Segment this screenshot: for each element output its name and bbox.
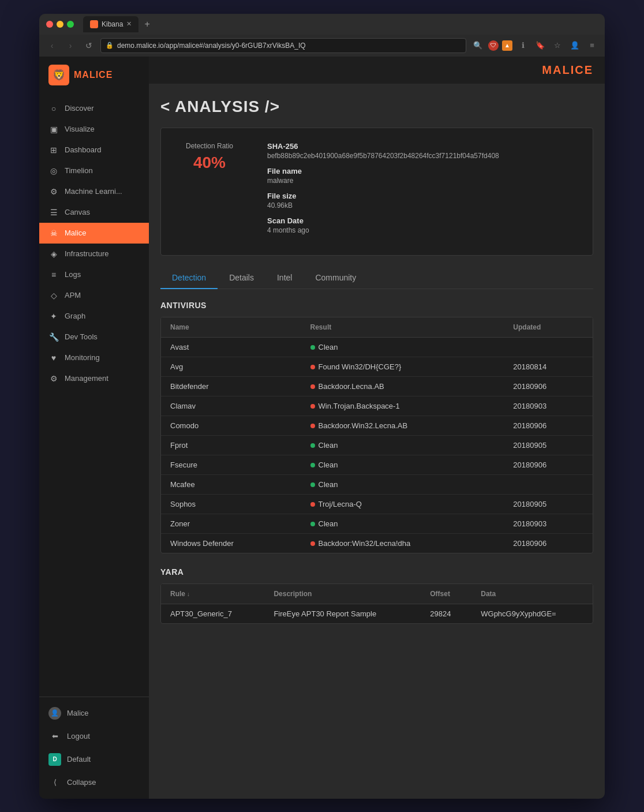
lock-icon: 🔒	[106, 42, 114, 49]
bookmark-icon[interactable]: 🔖	[533, 39, 547, 53]
sidebar-item-apm[interactable]: ◇ APM	[39, 285, 149, 306]
detection-ratio-label: Detection Ratio	[175, 142, 244, 150]
warning-icon[interactable]: ▲	[502, 40, 512, 51]
yara-col-rule: Rule↓	[161, 584, 264, 604]
visualize-icon: ▣	[48, 124, 59, 134]
tab-close-icon[interactable]: ✕	[126, 20, 132, 28]
close-button[interactable]	[46, 21, 53, 28]
shield-icon[interactable]: 🛡	[488, 40, 499, 51]
filename-label: File name	[267, 167, 579, 175]
zoom-icon[interactable]: 🔍	[471, 39, 485, 53]
apm-icon: ◇	[48, 290, 59, 301]
menu-icon[interactable]: ≡	[585, 39, 599, 53]
sidebar-item-dashboard[interactable]: ⊞ Dashboard	[39, 140, 149, 160]
default-badge: D	[48, 753, 61, 766]
sidebar: 🦁 MALICE ○ Discover ▣ Visualize ⊞ Dashbo…	[39, 57, 149, 799]
maximize-button[interactable]	[67, 21, 74, 28]
sidebar-item-label: Logs	[65, 270, 81, 279]
browser-tab[interactable]: Kibana ✕	[83, 16, 138, 32]
graph-icon: ✦	[48, 311, 59, 321]
sidebar-item-dev-tools[interactable]: 🔧 Dev Tools	[39, 327, 149, 347]
av-result: Clean	[301, 455, 504, 474]
threat-dot	[310, 424, 315, 428]
antivirus-section-title: ANTIVIRUS	[160, 301, 593, 310]
table-row: AvgFound Win32/DH{CGE?}20180814	[161, 357, 593, 376]
logout-label: Logout	[67, 732, 90, 740]
av-name: Clamav	[161, 396, 301, 416]
address-bar[interactable]: 🔒 demo.malice.io/app/malice#/analysis/y0…	[100, 38, 466, 53]
scandate-value: 4 months ago	[267, 226, 579, 234]
av-name: Fsecure	[161, 455, 301, 474]
av-updated: 20180903	[504, 514, 593, 533]
sidebar-item-canvas[interactable]: ☰ Canvas	[39, 202, 149, 223]
sidebar-item-machine-learning[interactable]: ⚙ Machine Learni...	[39, 181, 149, 202]
file-details: SHA-256 befb88b89c2eb401900a68e9f5b78764…	[267, 142, 579, 241]
col-updated: Updated	[504, 317, 593, 338]
sidebar-item-logs[interactable]: ≡ Logs	[39, 264, 149, 285]
monitoring-icon: ♥	[48, 353, 59, 363]
threat-dot	[310, 502, 315, 507]
sidebar-collapse[interactable]: ⟨ Collapse	[39, 771, 149, 794]
table-row: AvastClean	[161, 337, 593, 357]
sidebar-item-label: Discover	[65, 104, 94, 113]
logs-icon: ≡	[48, 270, 59, 280]
threat-dot	[310, 404, 315, 409]
star-icon[interactable]: ☆	[551, 39, 564, 53]
sidebar-item-timelion[interactable]: ◎ Timelion	[39, 160, 149, 181]
sidebar-item-infrastructure[interactable]: ◈ Infrastructure	[39, 244, 149, 264]
yara-table: Rule↓ Description Offset Data APT30_Gene…	[161, 584, 593, 623]
infrastructure-icon: ◈	[48, 249, 59, 259]
reload-button[interactable]: ↺	[82, 39, 96, 53]
tab-details[interactable]: Details	[218, 267, 265, 289]
sidebar-item-management[interactable]: ⚙ Management	[39, 368, 149, 389]
sidebar-item-malice[interactable]: ☠ Malice	[39, 223, 149, 244]
yara-rule: APT30_Generic_7	[161, 604, 264, 623]
sidebar-item-visualize[interactable]: ▣ Visualize	[39, 119, 149, 140]
nav-icons-right: 🔍 🛡 ▲ ℹ 🔖 ☆ 👤 ≡	[471, 39, 599, 53]
sidebar-user[interactable]: 👤 Malice	[39, 702, 149, 725]
table-row: ComodoBackdoor.Win32.Lecna.AB20180906	[161, 416, 593, 435]
app-container: 🦁 MALICE ○ Discover ▣ Visualize ⊞ Dashbo…	[39, 57, 605, 799]
logout-icon: ⬅	[48, 730, 61, 743]
yara-section-title: YARA	[160, 567, 593, 577]
table-row: FsecureClean20180906	[161, 455, 593, 474]
av-result: Troj/Lecna-Q	[301, 494, 504, 514]
user-avatar: 👤	[48, 707, 61, 720]
sidebar-logout[interactable]: ⬅ Logout	[39, 725, 149, 748]
kibana-favicon	[90, 20, 98, 28]
sidebar-item-discover[interactable]: ○ Discover	[39, 98, 149, 119]
info-card: Detection Ratio 40% SHA-256 befb88b89c2e…	[160, 128, 593, 256]
timelion-icon: ◎	[48, 166, 59, 176]
malice-brand: MALICE	[542, 63, 593, 77]
minimize-button[interactable]	[57, 21, 63, 28]
antivirus-table: Name Result Updated AvastCleanAvgFound W…	[161, 317, 593, 553]
table-row: BitdefenderBackdoor.Lecna.AB20180906	[161, 376, 593, 396]
col-name: Name	[161, 317, 301, 338]
sidebar-item-label: APM	[65, 291, 81, 300]
back-button[interactable]: ‹	[45, 39, 59, 53]
tab-detection[interactable]: Detection	[160, 267, 218, 289]
sidebar-item-graph[interactable]: ✦ Graph	[39, 306, 149, 327]
collapse-icon: ⟨	[48, 776, 61, 789]
tab-community[interactable]: Community	[304, 267, 368, 289]
browser-window: Kibana ✕ + ‹ › ↺ 🔒 demo.malice.io/app/ma…	[39, 14, 605, 799]
antivirus-table-wrapper: Name Result Updated AvastCleanAvgFound W…	[160, 317, 593, 553]
sidebar-default[interactable]: D Default	[39, 748, 149, 771]
url-text: demo.malice.io/app/malice#/analysis/y0-6…	[117, 42, 306, 50]
yara-data: WGphcG9yXyphdGE=	[471, 604, 593, 623]
sidebar-item-label: Infrastructure	[65, 249, 109, 258]
tab-intel[interactable]: Intel	[265, 267, 304, 289]
av-result: Clean	[301, 514, 504, 533]
forward-button[interactable]: ›	[63, 39, 77, 53]
info-icon[interactable]: ℹ	[516, 39, 530, 53]
sidebar-item-label: Canvas	[65, 208, 90, 216]
sidebar-item-monitoring[interactable]: ♥ Monitoring	[39, 347, 149, 368]
av-updated: 20180905	[504, 435, 593, 455]
detection-ratio-box: Detection Ratio 40%	[175, 142, 244, 172]
avatar-icon[interactable]: 👤	[568, 39, 582, 53]
new-tab-button[interactable]: +	[141, 19, 153, 29]
av-name: Avast	[161, 337, 301, 357]
sidebar-item-label: Timelion	[65, 166, 93, 175]
sidebar-item-label: Graph	[65, 312, 85, 320]
sidebar-item-label: Monitoring	[65, 353, 100, 362]
